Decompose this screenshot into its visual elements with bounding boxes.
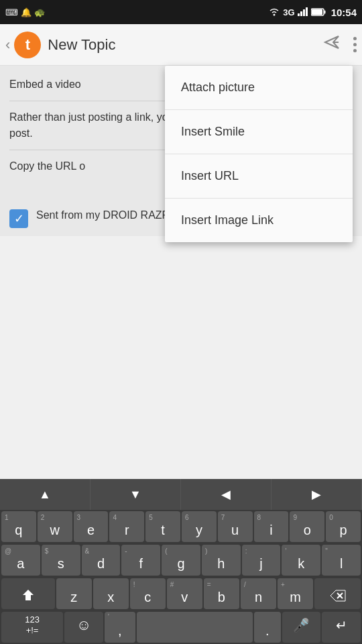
menu-item-insert-image-link[interactable]: Insert Image Link: [165, 199, 353, 242]
microphone-key[interactable]: 🎤: [282, 612, 321, 643]
key-k[interactable]: 'k: [282, 545, 320, 576]
svg-rect-4: [306, 7, 308, 16]
svg-point-0: [274, 13, 276, 15]
keyboard-row-3: z x !c #v =b /n +m: [0, 577, 362, 610]
arrow-right-key[interactable]: ▶: [272, 479, 362, 510]
key-u[interactable]: 7u: [218, 511, 253, 542]
menu-item-insert-url[interactable]: Insert URL: [165, 154, 353, 199]
key-w[interactable]: 2w: [38, 511, 72, 542]
arrow-left-key[interactable]: ◀: [181, 479, 272, 510]
signal-bars-icon: [298, 7, 308, 18]
key-l[interactable]: "l: [322, 545, 361, 576]
app-bar: ‹ t New Topic: [0, 24, 362, 66]
keyboard-row-4: 123+!= ☺ ’ , . 🎤 ↵: [0, 610, 362, 644]
svg-rect-1: [298, 13, 300, 16]
svg-rect-7: [312, 9, 322, 15]
keyboard-icon: ⌨: [5, 7, 18, 17]
key-s[interactable]: $s: [42, 545, 80, 576]
svg-rect-3: [303, 9, 305, 16]
time-display: 10:54: [331, 7, 357, 18]
network-3g-label: 3G: [283, 7, 294, 17]
back-button[interactable]: ‹: [5, 36, 10, 54]
arrow-down-key[interactable]: ▼: [90, 479, 181, 510]
send-button[interactable]: [322, 33, 341, 56]
more-options-button[interactable]: [353, 37, 357, 52]
checkmark-icon: ✓: [14, 211, 24, 226]
enter-key[interactable]: ↵: [322, 612, 361, 643]
key-q[interactable]: 1q: [1, 511, 36, 542]
dropdown-menu: Attach picture Insert Smile Insert URL I…: [165, 66, 353, 242]
notification-icon: 🔔: [21, 7, 32, 17]
key-t[interactable]: 5t: [145, 511, 180, 542]
key-g[interactable]: (g: [162, 545, 200, 576]
key-e[interactable]: 3e: [74, 511, 109, 542]
key-b[interactable]: =b: [204, 578, 239, 609]
comma-key[interactable]: ’ ,: [105, 612, 135, 643]
app-bar-left: ‹ t New Topic: [5, 32, 115, 58]
keyboard-area: ▲ ▼ ◀ ▶ 1q 2w 3e 4r 5t 6y 7u 8i 9o 0p @a…: [0, 479, 362, 644]
backspace-key[interactable]: [314, 578, 361, 609]
key-n[interactable]: /n: [241, 578, 276, 609]
shift-key[interactable]: [1, 578, 55, 609]
emoji-key[interactable]: ☺: [64, 612, 103, 643]
status-left-icons: ⌨ 🔔 🐢: [5, 7, 45, 17]
page-title: New Topic: [48, 36, 115, 54]
key-a[interactable]: @a: [1, 545, 40, 576]
battery-icon: [311, 7, 326, 18]
key-i[interactable]: 8i: [254, 511, 289, 542]
key-z[interactable]: z: [56, 578, 92, 609]
period-key[interactable]: .: [254, 612, 281, 643]
key-m[interactable]: +m: [278, 578, 313, 609]
key-h[interactable]: )h: [202, 545, 241, 576]
status-right-icons: 3G 10:54: [268, 7, 357, 18]
tapatalk-logo: t: [14, 32, 41, 58]
arrow-up-key[interactable]: ▲: [0, 479, 90, 510]
key-x[interactable]: x: [93, 578, 129, 609]
key-o[interactable]: 9o: [290, 511, 324, 542]
key-v[interactable]: #v: [167, 578, 202, 609]
key-y[interactable]: 6y: [182, 511, 217, 542]
key-d[interactable]: &d: [82, 545, 121, 576]
key-f[interactable]: -f: [121, 545, 160, 576]
numbers-key[interactable]: 123+!=: [1, 612, 63, 643]
wifi-icon: [268, 7, 280, 18]
menu-item-insert-smile[interactable]: Insert Smile: [165, 110, 353, 154]
space-key[interactable]: [137, 612, 253, 643]
key-r[interactable]: 4r: [109, 511, 144, 542]
status-bar: ⌨ 🔔 🐢 3G: [0, 0, 362, 24]
key-p[interactable]: 0p: [326, 511, 361, 542]
app-bar-right: [322, 33, 357, 56]
keyboard-row-2: @a $s &d -f (g )h :j 'k "l: [0, 543, 362, 577]
svg-rect-6: [324, 10, 325, 13]
arrow-keys-row: ▲ ▼ ◀ ▶: [0, 479, 362, 510]
keyboard-row-1: 1q 2w 3e 4r 5t 6y 7u 8i 9o 0p: [0, 510, 362, 543]
signature-checkbox[interactable]: ✓: [9, 209, 28, 228]
svg-rect-2: [300, 11, 302, 16]
app-icon: 🐢: [34, 7, 45, 17]
key-c[interactable]: !c: [130, 578, 166, 609]
menu-item-attach-picture[interactable]: Attach picture: [165, 66, 353, 110]
key-j[interactable]: :j: [242, 545, 281, 576]
